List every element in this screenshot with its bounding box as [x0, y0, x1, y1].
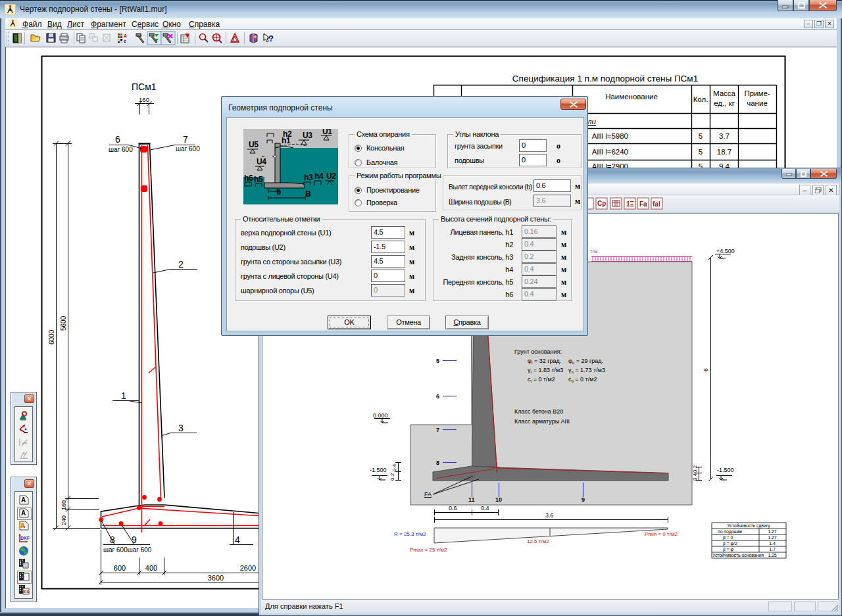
svg-text:5: 5: [699, 148, 703, 156]
svg-text:Наименование: Наименование: [605, 93, 658, 101]
svg-text:6: 6: [436, 393, 439, 400]
svg-text:h4: h4: [314, 172, 324, 181]
svg-text:h5: h5: [254, 175, 263, 184]
svg-text:B: B: [305, 189, 311, 199]
svg-text:12.5 т/м2: 12.5 т/м2: [527, 538, 549, 544]
svg-text:Класс арматуры АIII: Класс арматуры АIII: [514, 418, 570, 425]
svg-text:9: 9: [582, 496, 585, 503]
svg-text:Класс бетона В20: Класс бетона В20: [514, 408, 563, 415]
svg-text:0.2: 0.2: [389, 473, 395, 481]
svg-text:U2: U2: [326, 172, 336, 181]
svg-text:шаг 600: шаг 600: [109, 146, 133, 153]
svg-text:Приме-: Приме-: [744, 89, 770, 97]
svg-text:fal: fal: [653, 201, 660, 208]
svg-text:DXF: DXF: [20, 536, 30, 540]
svg-text:0.6: 0.6: [449, 505, 457, 511]
svg-text:6000: 6000: [48, 329, 55, 344]
svg-text:1.7: 1.7: [769, 547, 776, 552]
svg-text:Ср: Ср: [597, 200, 606, 207]
svg-text:Pmax = 25 т/м2: Pmax = 25 т/м2: [410, 547, 447, 553]
svg-text:3600: 3600: [208, 574, 224, 582]
svg-text:1: 1: [121, 391, 126, 401]
svg-text:1.27: 1.27: [768, 529, 776, 534]
svg-text:xls: xls: [23, 589, 29, 594]
svg-text:чание: чание: [747, 99, 768, 107]
svg-text:γII = 1.73 т/м3: γII = 1.73 т/м3: [568, 367, 605, 374]
svg-text:5: 5: [436, 358, 439, 364]
svg-text:3: 3: [178, 423, 184, 433]
svg-text:A: A: [21, 496, 26, 504]
svg-text:160: 160: [139, 96, 149, 103]
svg-text:400: 400: [145, 564, 157, 572]
svg-text:6: 6: [115, 134, 120, 145]
svg-text:R = 25.3 т/м2: R = 25.3 т/м2: [394, 531, 426, 537]
svg-text:0.4: 0.4: [391, 463, 397, 471]
svg-text:Спецификация 1 п.м подпорной с: Спецификация 1 п.м подпорной стены ПСм1: [512, 74, 698, 83]
svg-text:5: 5: [699, 132, 703, 140]
svg-text:5600: 5600: [60, 316, 67, 331]
svg-text:9: 9: [132, 534, 137, 545]
svg-text:1Ξ: 1Ξ: [626, 201, 635, 208]
svg-text:cI = 0 т/м2: cI = 0 т/м2: [528, 376, 555, 383]
svg-text:Устойчивость основания: Устойчивость основания: [712, 553, 764, 557]
svg-text:1.4: 1.4: [769, 541, 776, 546]
svg-text:Pmin = 0 т/м2: Pmin = 0 т/м2: [645, 531, 678, 537]
svg-text:2: 2: [178, 259, 184, 270]
svg-text:0.4: 0.4: [481, 505, 489, 511]
svg-text:-1.500: -1.500: [370, 467, 387, 473]
svg-text:ПСм1: ПСм1: [132, 82, 157, 92]
svg-text:6: 6: [703, 368, 709, 371]
svg-text:3.6: 3.6: [545, 512, 554, 519]
svg-text:Масса: Масса: [713, 89, 736, 97]
svg-text:8: 8: [436, 460, 439, 466]
svg-text:U5: U5: [249, 140, 259, 149]
svg-text:β = φ/2: β = φ/2: [723, 541, 737, 546]
svg-text:-1.500: -1.500: [717, 467, 734, 473]
svg-text:A: A: [21, 509, 26, 517]
svg-text:18.7: 18.7: [717, 148, 731, 156]
svg-text:U3: U3: [303, 131, 312, 140]
svg-text:γI = 1.83 т/м3: γI = 1.83 т/м3: [528, 367, 563, 374]
svg-text:1.25: 1.25: [768, 553, 776, 557]
svg-text:4: 4: [235, 534, 240, 545]
svg-text:11: 11: [468, 496, 475, 503]
svg-text:h3: h3: [304, 173, 313, 182]
svg-text:0.2: 0.2: [692, 465, 698, 473]
svg-text:0.000: 0.000: [373, 412, 388, 419]
svg-text:160: 160: [61, 500, 67, 510]
svg-text:т/м: т/м: [590, 249, 597, 254]
svg-text:по подошве: по подошве: [718, 529, 742, 534]
svg-text:φI = 32 град.: φI = 32 град.: [528, 358, 561, 365]
svg-text:3.7: 3.7: [719, 132, 730, 140]
svg-text:U1: U1: [322, 129, 332, 136]
svg-text:шаг 600: шаг 600: [176, 145, 200, 153]
svg-text:1.27: 1.27: [768, 535, 776, 540]
svg-text:+4.500: +4.500: [716, 248, 735, 254]
svg-text:0.4: 0.4: [692, 473, 698, 481]
svg-text:7: 7: [436, 427, 439, 433]
svg-text:шаг 600шаг 600: шаг 600шаг 600: [103, 546, 152, 554]
svg-text:Грунт основания:: Грунт основания:: [514, 348, 562, 355]
svg-text:Устойчивость сдвигу: Устойчивость сдвигу: [727, 523, 770, 529]
svg-text:h6: h6: [244, 174, 253, 183]
svg-text:FA: FA: [424, 491, 432, 498]
svg-text:600: 600: [114, 564, 126, 572]
svg-text:240: 240: [61, 515, 67, 525]
svg-text:АIII l=5980: АIII l=5980: [592, 132, 628, 140]
svg-text:h1: h1: [282, 136, 291, 145]
svg-text:7: 7: [183, 134, 188, 145]
svg-text:ед., кг: ед., кг: [714, 99, 735, 107]
svg-text:Кол.: Кол.: [693, 95, 708, 103]
svg-text:АIII l=6240: АIII l=6240: [592, 148, 628, 156]
svg-text:10: 10: [495, 496, 502, 503]
svg-text:U4: U4: [257, 157, 266, 166]
svg-text:2600: 2600: [240, 564, 256, 572]
svg-text:Fa: Fa: [639, 201, 647, 208]
svg-text:b: b: [276, 187, 281, 197]
svg-text:β = φ: β = φ: [723, 547, 734, 552]
svg-text:β = 0: β = 0: [723, 535, 733, 540]
svg-text:8: 8: [110, 534, 115, 545]
